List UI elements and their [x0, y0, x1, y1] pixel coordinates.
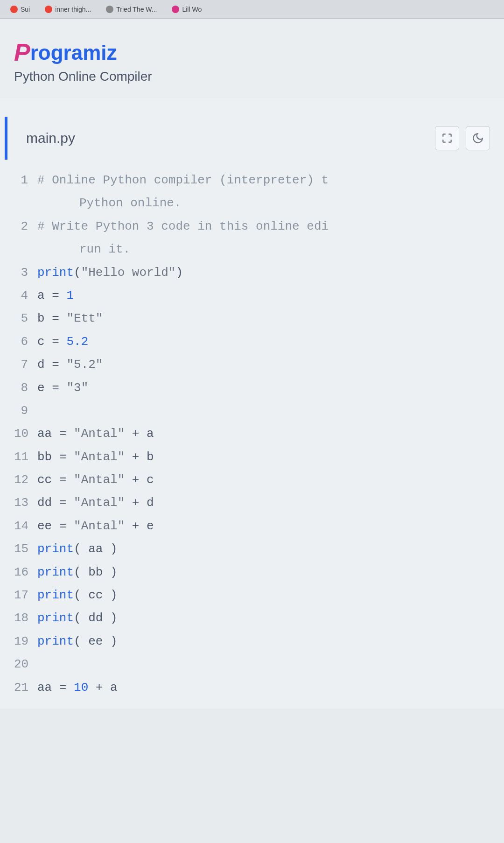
line-content[interactable]: e = "3" [37, 377, 88, 400]
line-number: 11 [14, 446, 37, 469]
code-line[interactable]: 19print( ee ) [14, 630, 504, 653]
tab-favicon-icon [106, 6, 113, 13]
line-number: 13 [14, 492, 37, 514]
code-line[interactable]: 4a = 1 [14, 284, 504, 307]
logo-rest: rogramiz [30, 41, 117, 64]
line-number: 18 [14, 607, 37, 630]
code-line[interactable]: 14ee = "Antal" + e [14, 515, 504, 538]
tab-label: Lill Wo [182, 6, 202, 13]
code-line[interactable]: 6c = 5.2 [14, 330, 504, 353]
tab-favicon-icon [10, 6, 18, 13]
line-content[interactable]: print("Hello world") [37, 261, 183, 284]
theme-toggle-button[interactable] [466, 126, 490, 150]
line-content[interactable]: cc = "Antal" + c [37, 469, 154, 492]
line-content[interactable]: a = 1 [37, 284, 74, 307]
editor-panel: main.py 1# Online Python compiler (inter… [0, 98, 504, 709]
tab-favicon-icon [172, 6, 179, 13]
site-header: Programiz Python Online Compiler [0, 19, 504, 98]
code-line[interactable]: 2# Write Python 3 code in this online ed… [14, 215, 504, 238]
line-content[interactable]: bb = "Antal" + b [37, 446, 154, 469]
line-content[interactable]: print( ee ) [37, 630, 118, 653]
line-content[interactable]: print( bb ) [37, 561, 118, 584]
moon-icon [472, 132, 484, 144]
browser-tab[interactable]: Sui [5, 3, 35, 16]
browser-tab[interactable]: inner thigh... [39, 3, 97, 16]
editor-header: main.py [5, 117, 504, 160]
code-line[interactable]: 21aa = 10 + a [14, 676, 504, 699]
line-number: 20 [14, 653, 37, 676]
code-line[interactable]: 16print( bb ) [14, 561, 504, 584]
code-line[interactable]: run it. [14, 238, 504, 261]
line-number: 2 [14, 215, 37, 238]
code-line[interactable]: 13dd = "Antal" + d [14, 492, 504, 514]
code-line[interactable]: 10aa = "Antal" + a [14, 422, 504, 445]
code-line[interactable]: 3print("Hello world") [14, 261, 504, 284]
site-logo: Programiz [14, 37, 490, 65]
line-content[interactable]: run it. [37, 238, 130, 261]
line-content[interactable]: print( cc ) [37, 584, 118, 607]
line-number: 14 [14, 515, 37, 538]
tab-label: Sui [21, 6, 30, 13]
browser-tab-strip: Sui inner thigh... Tried The W... Lill W… [0, 0, 504, 19]
page-subtitle: Python Online Compiler [14, 69, 490, 84]
browser-tab[interactable]: Lill Wo [166, 3, 207, 16]
code-editor[interactable]: 1# Online Python compiler (interpreter) … [0, 160, 504, 709]
line-number: 19 [14, 630, 37, 653]
line-number: 4 [14, 284, 37, 307]
line-content[interactable]: print( aa ) [37, 538, 118, 561]
code-line[interactable]: 17print( cc ) [14, 584, 504, 607]
line-number: 3 [14, 261, 37, 284]
code-line[interactable]: 5b = "Ett" [14, 307, 504, 330]
line-number: 10 [14, 422, 37, 445]
code-line[interactable]: 20 [14, 653, 504, 676]
code-line[interactable]: 7d = "5.2" [14, 353, 504, 376]
line-number: 15 [14, 538, 37, 561]
line-content[interactable]: aa = 10 + a [37, 676, 118, 699]
line-content[interactable]: ee = "Antal" + e [37, 515, 154, 538]
code-line[interactable]: Python online. [14, 192, 504, 215]
browser-tab[interactable]: Tried The W... [100, 3, 162, 16]
expand-button[interactable] [435, 126, 459, 150]
code-line[interactable]: 8e = "3" [14, 377, 504, 400]
line-content[interactable]: print( dd ) [37, 607, 118, 630]
line-number: 9 [14, 400, 37, 422]
editor-filename: main.py [26, 130, 428, 146]
line-number: 1 [14, 169, 37, 192]
line-content[interactable]: aa = "Antal" + a [37, 422, 154, 445]
expand-icon [441, 132, 453, 144]
code-line[interactable]: 12cc = "Antal" + c [14, 469, 504, 492]
line-content[interactable]: d = "5.2" [37, 353, 103, 376]
code-line[interactable]: 15print( aa ) [14, 538, 504, 561]
line-number: 7 [14, 353, 37, 376]
tab-favicon-icon [45, 6, 52, 13]
line-number: 8 [14, 377, 37, 400]
line-number: 16 [14, 561, 37, 584]
line-number: 6 [14, 330, 37, 353]
tab-label: Tried The W... [116, 6, 157, 13]
line-content[interactable]: # Write Python 3 code in this online edi [37, 215, 329, 238]
line-number: 17 [14, 584, 37, 607]
line-content[interactable]: # Online Python compiler (interpreter) t [37, 169, 329, 192]
line-number: 21 [14, 676, 37, 699]
code-line[interactable]: 9 [14, 400, 504, 422]
code-line[interactable]: 18print( dd ) [14, 607, 504, 630]
code-line[interactable]: 1# Online Python compiler (interpreter) … [14, 169, 504, 192]
tab-label: inner thigh... [55, 6, 91, 13]
line-content[interactable]: dd = "Antal" + d [37, 492, 154, 514]
line-number: 12 [14, 469, 37, 492]
logo-first-char: P [14, 38, 30, 66]
line-content[interactable]: c = 5.2 [37, 330, 88, 353]
code-line[interactable]: 11bb = "Antal" + b [14, 446, 504, 469]
line-number: 5 [14, 307, 37, 330]
line-content[interactable]: Python online. [37, 192, 181, 215]
line-content[interactable]: b = "Ett" [37, 307, 103, 330]
